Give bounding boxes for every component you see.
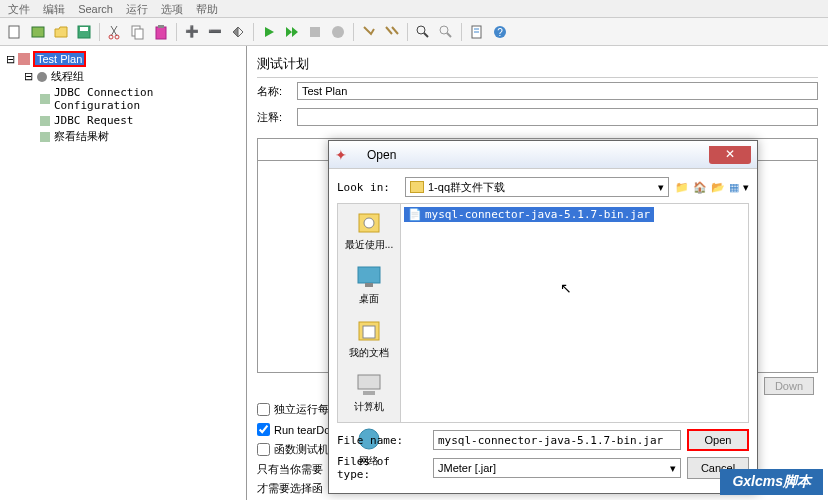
menu-run[interactable]: 运行 [126, 3, 148, 15]
search-icon[interactable] [413, 22, 433, 42]
tree-label: JDBC Request [54, 114, 133, 127]
comment-input[interactable] [297, 108, 818, 126]
lookin-value: 1-qq群文件下载 [428, 180, 505, 195]
functional-checkbox[interactable] [257, 443, 270, 456]
start-no-pause-icon[interactable] [282, 22, 302, 42]
watermark: Gxlcms脚本 [720, 469, 823, 495]
name-input[interactable] [297, 82, 818, 100]
filename-input[interactable] [433, 430, 681, 450]
svg-point-12 [417, 26, 425, 34]
menu-options[interactable]: 选项 [161, 3, 183, 15]
filename-label: File name: [337, 434, 427, 447]
svg-text:?: ? [497, 27, 503, 38]
expand-toggle-icon[interactable]: ⊟ [24, 70, 33, 83]
sidebar-computer[interactable]: 计算机 [338, 366, 400, 420]
svg-rect-7 [135, 29, 143, 39]
folder-icon [410, 181, 424, 193]
config-icon [39, 93, 51, 105]
list-view-icon[interactable]: ▦ [729, 181, 739, 194]
tree-jdbc-config[interactable]: JDBC Connection Configuration [4, 85, 242, 113]
save-icon[interactable] [74, 22, 94, 42]
svg-point-22 [37, 72, 47, 82]
tree-label: JDBC Connection Configuration [54, 86, 240, 112]
recent-icon [355, 210, 383, 236]
svg-rect-0 [9, 26, 19, 38]
chevron-down-icon: ▾ [670, 462, 676, 475]
tree-label: 察看结果树 [54, 129, 109, 144]
svg-point-27 [364, 218, 374, 228]
menu-edit[interactable]: 编辑 [43, 3, 65, 15]
home-icon[interactable]: 🏠 [693, 181, 707, 194]
new-icon[interactable] [5, 22, 25, 42]
sidebar-documents[interactable]: 我的文档 [338, 312, 400, 366]
menu-search[interactable]: Search [78, 3, 113, 15]
chevron-down-icon[interactable]: ▾ [743, 181, 749, 194]
independent-checkbox[interactable] [257, 403, 270, 416]
tree-label: 线程组 [51, 69, 84, 84]
svg-rect-23 [40, 94, 50, 104]
svg-rect-31 [363, 326, 375, 338]
tree-jdbc-request[interactable]: JDBC Request [4, 113, 242, 128]
tree-threadgroup[interactable]: ⊟ 线程组 [4, 68, 242, 85]
paste-icon[interactable] [151, 22, 171, 42]
function-helper-icon[interactable] [467, 22, 487, 42]
sidebar-desktop[interactable]: 桌面 [338, 258, 400, 312]
shutdown-icon[interactable] [328, 22, 348, 42]
expand-icon[interactable]: ➕ [182, 22, 202, 42]
start-icon[interactable] [259, 22, 279, 42]
cut-icon[interactable] [105, 22, 125, 42]
testplan-icon [18, 53, 30, 65]
expand-toggle-icon[interactable]: ⊟ [6, 53, 15, 66]
svg-rect-8 [156, 27, 166, 39]
request-icon [39, 115, 51, 127]
name-label: 名称: [257, 84, 297, 99]
jmeter-icon: ✦ [335, 147, 347, 163]
open-button[interactable]: Open [687, 429, 749, 451]
collapse-icon[interactable]: ➖ [205, 22, 225, 42]
chevron-down-icon: ▾ [658, 181, 664, 194]
filetype-select[interactable]: JMeter [.jar] ▾ [433, 458, 681, 478]
file-item-selected[interactable]: 📄 mysql-connector-java-5.1.7-bin.jar [404, 207, 654, 222]
up-folder-icon[interactable]: 📁 [675, 181, 689, 194]
reset-search-icon[interactable] [436, 22, 456, 42]
templates-icon[interactable] [28, 22, 48, 42]
functional-label: 函数测试机 [274, 442, 329, 457]
lookin-select[interactable]: 1-qq群文件下载 ▾ [405, 177, 669, 197]
file-list[interactable]: 📄 mysql-connector-java-5.1.7-bin.jar [401, 203, 749, 423]
close-button[interactable]: ✕ [709, 146, 751, 164]
clear-all-icon[interactable] [382, 22, 402, 42]
copy-icon[interactable] [128, 22, 148, 42]
menu-help[interactable]: 帮助 [196, 3, 218, 15]
stop-icon[interactable] [305, 22, 325, 42]
toggle-icon[interactable] [228, 22, 248, 42]
sidebar-label: 最近使用... [340, 238, 398, 252]
new-folder-icon[interactable]: 📂 [711, 181, 725, 194]
threadgroup-icon [36, 71, 48, 83]
sidebar-recent[interactable]: 最近使用... [338, 204, 400, 258]
teardown-checkbox[interactable] [257, 423, 270, 436]
page-title: 测试计划 [257, 51, 818, 78]
open-dialog: ✦ Open ✕ Look in: 1-qq群文件下载 ▾ 📁 🏠 📂 ▦ ▾ [328, 140, 758, 494]
sidebar-label: 我的文档 [340, 346, 398, 360]
menu-bar: 文件 编辑 Search 运行 选项 帮助 [0, 0, 828, 18]
file-name: mysql-connector-java-5.1.7-bin.jar [425, 208, 650, 221]
svg-rect-3 [80, 27, 88, 31]
tree-results[interactable]: 察看结果树 [4, 128, 242, 145]
help-icon[interactable]: ? [490, 22, 510, 42]
documents-icon [355, 318, 383, 344]
menu-file[interactable]: 文件 [8, 3, 30, 15]
svg-rect-25 [40, 132, 50, 142]
svg-rect-21 [18, 53, 30, 65]
toolbar: ➕ ➖ ? [0, 18, 828, 46]
dialog-titlebar[interactable]: ✦ Open ✕ [329, 141, 757, 169]
svg-line-15 [447, 33, 451, 37]
tree-root[interactable]: ⊟ Test Plan [4, 50, 242, 68]
svg-rect-28 [358, 267, 380, 283]
open-icon[interactable] [51, 22, 71, 42]
clear-icon[interactable] [359, 22, 379, 42]
svg-rect-1 [32, 27, 44, 37]
tree-panel: ⊟ Test Plan ⊟ 线程组 JDBC Connection Config… [0, 46, 247, 500]
down-button[interactable]: Down [764, 377, 814, 395]
svg-rect-9 [158, 25, 164, 28]
desktop-icon [355, 264, 383, 290]
